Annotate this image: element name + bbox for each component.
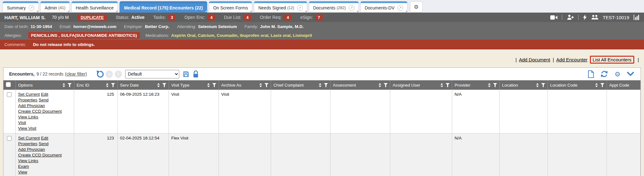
- sort-icon[interactable]: [441, 83, 443, 87]
- chart-stats-icon[interactable]: [634, 14, 640, 20]
- patient-age-sex: 70 y/o M: [52, 15, 69, 20]
- set-current-link[interactable]: Set Current: [18, 136, 40, 140]
- sort-icon[interactable]: [319, 83, 321, 87]
- due-list-count-badge[interactable]: 4: [244, 14, 251, 20]
- esign-count-badge[interactable]: 7: [315, 14, 323, 20]
- edit-link[interactable]: Edit: [41, 136, 48, 140]
- exam-link[interactable]: Exam: [18, 164, 29, 169]
- enc-id-cell: 125: [74, 90, 117, 133]
- add-encounter-link[interactable]: Add Encounter: [556, 57, 587, 62]
- set-current-link[interactable]: Set Current: [18, 92, 40, 97]
- next-view-button[interactable]: ›: [115, 71, 122, 78]
- prev-view-button[interactable]: ‹: [106, 71, 113, 78]
- tab-admin[interactable]: Admin (41): [40, 1, 70, 13]
- tab-documents-count: (282): [336, 6, 346, 10]
- patients-group-icon[interactable]: [591, 15, 598, 20]
- tab-health-surveillance[interactable]: Health Surveillance: [71, 1, 118, 13]
- filter-icon[interactable]: [264, 83, 269, 87]
- tab-documents[interactable]: Documents (282) ↗: [309, 1, 359, 13]
- tasks-count-badge[interactable]: 3: [168, 14, 175, 20]
- open-enc-count-badge[interactable]: 4: [208, 14, 215, 20]
- edit-link[interactable]: Edit: [41, 92, 48, 97]
- row-checkbox[interactable]: [7, 136, 12, 141]
- sort-icon[interactable]: [595, 83, 598, 87]
- undo-icon[interactable]: [96, 70, 104, 78]
- visit-type-cell: Flex Visit: [169, 133, 219, 176]
- popout-icon[interactable]: ↗: [297, 5, 303, 11]
- system-id: TEST-10019: [603, 15, 629, 20]
- view-select[interactable]: Default: [125, 70, 179, 78]
- filter-icon[interactable]: [212, 83, 217, 87]
- duplicate-badge[interactable]: DUPLICATE: [78, 14, 107, 20]
- filter-icon[interactable]: [384, 83, 388, 87]
- view-links-link[interactable]: View Links: [18, 158, 38, 163]
- medications-value[interactable]: Aspirin Oral, Calcium, Coumadin, ibuprof…: [171, 33, 312, 38]
- properties-link[interactable]: Properties: [18, 141, 38, 146]
- clear-filter-link[interactable]: (clear filter): [65, 71, 87, 77]
- tab-documents-dv[interactable]: Documents-DV ↗: [360, 1, 408, 13]
- save-view-icon[interactable]: [182, 71, 190, 78]
- tab-summary[interactable]: Summary ↗: [3, 1, 39, 13]
- sort-icon[interactable]: [207, 83, 210, 87]
- filter-icon[interactable]: [493, 83, 497, 87]
- view-links-link[interactable]: View Links: [18, 115, 38, 119]
- sort-icon[interactable]: [157, 83, 160, 87]
- tab-documents-label: Documents: [313, 5, 336, 10]
- filter-icon[interactable]: [111, 83, 115, 87]
- create-ccd-document-link[interactable]: Create CCD Document: [18, 153, 62, 157]
- add-document-link[interactable]: Add Document: [519, 57, 550, 62]
- visit-type-cell: Visit: [169, 90, 219, 133]
- collapse-chevron-icon[interactable]: [627, 72, 634, 76]
- tab-settings-gear-button[interactable]: ⚙: [410, 1, 423, 13]
- attending-label: Attending:: [177, 24, 196, 29]
- list-all-encounters-link[interactable]: List All Encounters: [593, 57, 631, 62]
- create-ccd-document-link[interactable]: Create CCD Document: [18, 109, 62, 114]
- popout-icon[interactable]: ↗: [349, 5, 354, 11]
- video-camera-icon[interactable]: [550, 15, 558, 20]
- lightning-bolt-icon[interactable]: [583, 14, 587, 20]
- sort-icon[interactable]: [536, 83, 539, 87]
- order-req-count-badge[interactable]: 4: [284, 14, 291, 20]
- add-person-icon[interactable]: [567, 14, 574, 20]
- encounters-table: Options Enc ID Serv Date Visit Type Arch…: [3, 80, 641, 176]
- filter-icon[interactable]: [600, 83, 605, 87]
- lock-icon[interactable]: [193, 71, 199, 78]
- new-document-icon[interactable]: [587, 70, 594, 78]
- tab-needs-signed[interactable]: Needs Signed (12) ↗: [254, 1, 307, 13]
- tab-medical-record-encounters[interactable]: Medical Record (175):Encounters (22): [119, 1, 207, 13]
- sort-icon[interactable]: [488, 83, 491, 87]
- filter-icon[interactable]: [324, 83, 328, 87]
- send-link[interactable]: Send: [39, 141, 49, 146]
- tab-on-screen-forms[interactable]: On Screen Forms: [209, 1, 252, 13]
- filter-icon[interactable]: [446, 83, 450, 87]
- grid-settings-gear-icon[interactable]: ⚙: [614, 71, 620, 77]
- row-checkbox[interactable]: [7, 92, 12, 97]
- assigned-user-cell: [390, 90, 452, 133]
- sort-icon[interactable]: [63, 83, 65, 87]
- refresh-icon[interactable]: [600, 70, 608, 78]
- sort-icon[interactable]: [379, 83, 381, 87]
- sort-icon[interactable]: [106, 83, 108, 87]
- separator: |: [515, 57, 517, 62]
- gears-icon: ⚙: [414, 4, 419, 10]
- location-cell: [499, 133, 547, 176]
- view-visit-link[interactable]: View Visit: [18, 126, 36, 131]
- filter-icon[interactable]: [68, 83, 72, 87]
- location-code-cell: [547, 133, 607, 176]
- grid-toolbar: Encounters, 9 / 22 records (clear filter…: [3, 68, 641, 80]
- sort-icon[interactable]: [259, 83, 262, 87]
- popout-icon[interactable]: ↗: [397, 5, 403, 11]
- popout-icon[interactable]: ↗: [29, 5, 34, 11]
- row-select-cell: [3, 133, 15, 176]
- visit-link[interactable]: Visit: [18, 120, 26, 125]
- filter-icon[interactable]: [541, 83, 546, 87]
- allergies-badge[interactable]: PENICILLINS , SULFA(SULFONAMIDE ANTIBIOT…: [28, 32, 140, 39]
- grid-toolbar-right: ⚙: [587, 70, 636, 78]
- add-physician-link[interactable]: Add Physician: [18, 103, 45, 108]
- select-all-checkbox[interactable]: [6, 82, 11, 87]
- send-link[interactable]: Send: [39, 98, 49, 102]
- view-link[interactable]: View: [18, 170, 27, 174]
- add-physician-link[interactable]: Add Physician: [18, 147, 45, 152]
- properties-link[interactable]: Properties: [18, 98, 38, 102]
- filter-icon[interactable]: [162, 83, 167, 87]
